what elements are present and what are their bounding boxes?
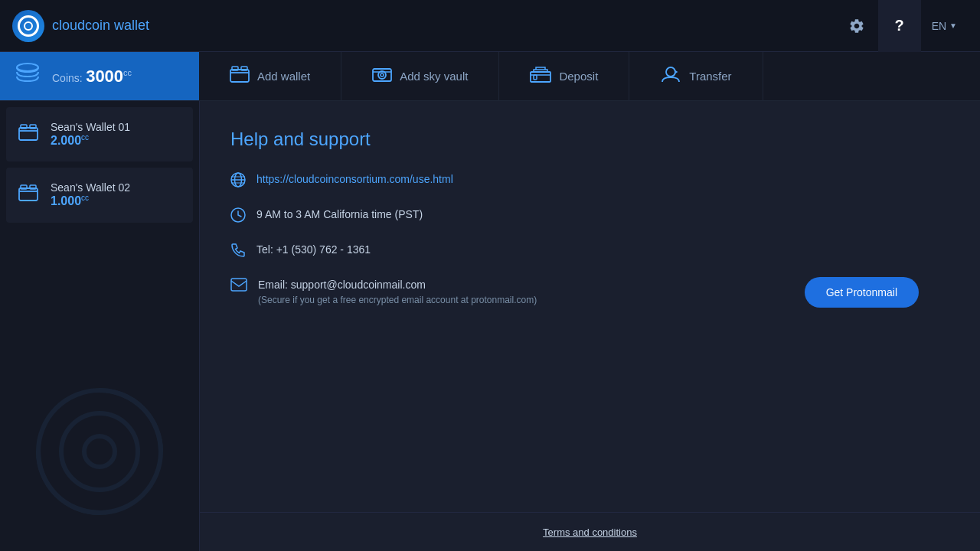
svg-rect-2 [232,67,238,70]
svg-point-6 [381,73,384,77]
app-logo [12,10,44,42]
transfer-label: Transfer [689,70,731,83]
globe-icon [230,172,246,191]
wallet-balance-1: 2.000cc [51,133,130,148]
wallet-info-1: Sean's Wallet 01 2.000cc [51,121,130,148]
svg-rect-8 [534,75,537,80]
content-area: Help and support https://cloudcoinconsor… [199,101,980,551]
email-text-group: Email: support@cloudcoinmail.com (Secure… [258,277,537,305]
wallet-name-1: Sean's Wallet 01 [51,121,130,133]
coins-info: Coins: 3000cc [52,67,132,86]
nav-transfer[interactable]: Transfer [629,52,763,100]
coins-display: Coins: 3000cc [0,52,199,100]
nav-items: Add wallet Add sky vault [199,52,980,100]
coins-value: 3000cc [86,67,132,86]
help-tel: Tel: +1 (530) 762 - 1361 [256,242,371,258]
help-title: Help and support [230,129,949,150]
wallet-info-2: Sean's Wallet 02 1.000cc [51,181,130,208]
lang-label: EN [932,20,946,32]
wallet-card-2[interactable]: Sean's Wallet 02 1.000cc [6,168,193,222]
language-button[interactable]: EN ▼ [921,0,968,52]
transfer-icon [660,66,681,87]
nav-add-sky-vault[interactable]: Add sky vault [341,52,499,100]
help-button[interactable]: ? [878,0,921,52]
email-icon [230,278,247,295]
sidebar: Sean's Wallet 01 2.000cc Sean's Wallet 0… [0,101,199,551]
svg-point-18 [84,436,115,467]
top-bar-right: ? EN ▼ [835,0,968,52]
help-icon: ? [895,17,904,34]
svg-rect-22 [231,279,247,291]
wallet-icon-1 [18,124,40,145]
get-protonmail-button[interactable]: Get Protonmail [805,277,919,308]
help-email-note: (Secure if you get a free encrypted emai… [258,295,537,305]
clock-icon [230,207,246,227]
deposit-icon [530,66,551,87]
deposit-label: Deposit [559,70,598,83]
add-wallet-icon [230,66,250,87]
sky-vault-icon [372,66,392,87]
wallet-card-1[interactable]: Sean's Wallet 01 2.000cc [6,107,193,161]
wallet-icon-2 [18,184,40,206]
content-inner: Help and support https://cloudcoinconsor… [200,101,980,512]
email-row: Email: support@cloudcoinmail.com (Secure… [230,277,949,308]
coins-label: Coins: [52,72,83,84]
sidebar-bg-logo [31,383,168,520]
main-layout: Sean's Wallet 01 2.000cc Sean's Wallet 0… [0,101,980,551]
logo-main: cloudcoin [52,18,110,33]
logo-accent: wallet [114,18,149,33]
hours-row: 9 AM to 3 AM California time (PST) [230,207,949,227]
help-url[interactable]: https://cloudcoinconsortium.com/use.html [256,171,453,187]
phone-icon [230,243,246,262]
url-row: https://cloudcoinconsortium.com/use.html [230,171,949,191]
chevron-down-icon: ▼ [949,21,957,30]
content-footer: Terms and conditions [200,512,980,551]
top-bar: cloudcoin wallet ? EN ▼ [0,0,980,52]
wallet-balance-2: 1.000cc [51,194,130,208]
nav-add-wallet[interactable]: Add wallet [199,52,341,100]
help-hours: 9 AM to 3 AM California time (PST) [256,207,423,223]
svg-rect-13 [19,188,38,201]
app-title: cloudcoin wallet [52,18,149,34]
logo-inner [18,15,39,37]
tel-row: Tel: +1 (530) 762 - 1361 [230,242,949,262]
gear-icon [848,18,865,34]
svg-rect-1 [230,70,249,82]
email-info: Email: support@cloudcoinmail.com (Secure… [230,277,537,305]
coins-icon [14,60,41,93]
add-wallet-label: Add wallet [257,70,310,83]
svg-point-17 [61,413,138,490]
svg-rect-11 [21,125,27,129]
svg-rect-3 [241,67,247,70]
logo-area: cloudcoin wallet [12,10,149,42]
help-email: Email: support@cloudcoinmail.com [258,277,537,293]
nav-bar: Coins: 3000cc Add wallet [0,52,980,101]
svg-rect-14 [21,185,27,189]
settings-button[interactable] [835,0,878,52]
svg-point-9 [666,67,675,77]
sky-vault-label: Add sky vault [400,70,468,83]
terms-and-conditions-link[interactable]: Terms and conditions [543,527,637,538]
svg-rect-15 [30,185,36,189]
svg-rect-12 [30,125,36,129]
svg-rect-10 [19,128,38,140]
wallet-name-2: Sean's Wallet 02 [51,181,130,194]
nav-deposit[interactable]: Deposit [499,52,629,100]
svg-point-0 [17,64,38,71]
